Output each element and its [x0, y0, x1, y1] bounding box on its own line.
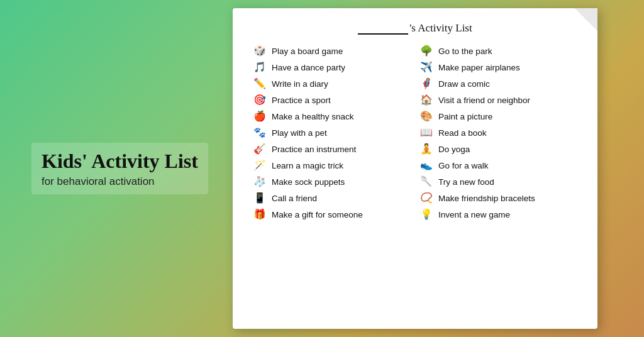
activity-item-right-9: 📿 Make friendship bracelets [418, 191, 579, 206]
activity-label: Do yoga [438, 145, 470, 154]
activity-label: Draw a comic [438, 79, 490, 89]
activity-label: Play with a pet [272, 128, 327, 138]
activity-icon: 🏠 [419, 95, 433, 105]
activity-label: Call a friend [272, 194, 317, 203]
activity-item-right-5: 📖 Read a book [418, 125, 579, 140]
activity-icon: 🪄 [253, 160, 267, 170]
activity-icon: 🎯 [253, 95, 267, 105]
activity-item-right-8: 🥄 Try a new food [418, 174, 579, 189]
activity-label: Practice a sport [272, 96, 331, 105]
activity-label: Play a board game [272, 47, 343, 56]
activity-icon: 🌳 [419, 46, 433, 56]
activity-icon: 📱 [253, 193, 267, 203]
activity-label: Try a new food [438, 177, 494, 187]
activity-icon: 📖 [419, 128, 433, 138]
activity-icon: 🎵 [253, 62, 267, 72]
sub-title: for behavioral activation [42, 175, 198, 188]
activity-item-right-1: ✈️ Make paper airplanes [418, 60, 579, 75]
activity-item-left-3: 🎯 Practice a sport [252, 92, 412, 108]
paper-header: 's Activity List [252, 22, 579, 35]
paper: 's Activity List 🎲 Play a board game 🌳 G… [233, 8, 597, 329]
activity-item-left-9: 📱 Call a friend [252, 191, 412, 206]
activity-label: Learn a magic trick [272, 161, 343, 170]
activity-icon: ✈️ [419, 62, 433, 72]
name-blank[interactable] [358, 33, 408, 35]
activity-item-right-0: 🌳 Go to the park [418, 43, 579, 58]
activity-label: Make a healthy snack [272, 112, 354, 121]
activity-icon: 🍎 [253, 111, 267, 121]
activity-item-right-7: 👟 Go for a walk [418, 158, 579, 173]
activity-item-left-10: 🎁 Make a gift for someone [252, 207, 412, 222]
activity-icon: 📿 [419, 193, 433, 203]
activity-label: Visit a friend or neighbor [438, 96, 530, 105]
activity-icon: 🥄 [419, 177, 433, 187]
activity-item-right-3: 🏠 Visit a friend or neighbor [418, 92, 579, 108]
activity-item-right-2: 🦸 Draw a comic [418, 76, 579, 91]
activity-icon: 🐾 [253, 128, 267, 138]
activity-item-left-6: 🎸 Practice an instrument [252, 141, 412, 157]
activity-label: Practice an instrument [272, 145, 356, 154]
activity-label: Write in a diary [272, 79, 328, 89]
activity-label: Make a gift for someone [272, 210, 363, 219]
activity-label: Make friendship bracelets [438, 194, 535, 203]
activity-icon: 🎸 [253, 144, 267, 154]
activity-label: Make sock puppets [272, 177, 345, 187]
activity-label: Go for a walk [438, 161, 489, 170]
left-section: Kids' Activity List for behavioral activ… [19, 130, 233, 207]
title-box: Kids' Activity List for behavioral activ… [31, 143, 208, 194]
activity-item-left-0: 🎲 Play a board game [252, 43, 412, 58]
activity-item-left-2: ✏️ Write in a diary [252, 76, 412, 91]
activity-item-left-1: 🎵 Have a dance party [252, 60, 412, 75]
header-text: 's Activity List [409, 22, 472, 34]
activity-icon: 🧘 [419, 144, 433, 154]
activity-icon: 💡 [419, 209, 433, 219]
activity-item-right-6: 🧘 Do yoga [418, 141, 579, 157]
activity-item-left-8: 🧦 Make sock puppets [252, 174, 412, 189]
activity-item-left-4: 🍎 Make a healthy snack [252, 109, 412, 124]
activity-label: Read a book [438, 128, 487, 138]
activity-icon: 🧦 [253, 177, 267, 187]
activity-icon: 🦸 [419, 79, 433, 89]
activity-label: Paint a picture [438, 112, 492, 121]
main-title: Kids' Activity List [42, 149, 198, 173]
activity-icon: 👟 [419, 160, 433, 170]
activity-item-right-10: 💡 Invent a new game [418, 207, 579, 222]
activity-label: Make paper airplanes [438, 63, 520, 72]
activity-label: Go to the park [438, 47, 492, 56]
activity-icon: 🎲 [253, 46, 267, 56]
activity-item-left-5: 🐾 Play with a pet [252, 125, 412, 140]
activity-icon: 🎨 [419, 111, 433, 121]
activity-icon: ✏️ [253, 79, 267, 89]
activity-label: Have a dance party [272, 63, 345, 72]
activity-item-left-7: 🪄 Learn a magic trick [252, 158, 412, 173]
activity-item-right-4: 🎨 Paint a picture [418, 109, 579, 124]
activities-grid: 🎲 Play a board game 🌳 Go to the park 🎵 H… [252, 43, 579, 222]
activity-icon: 🎁 [253, 209, 267, 219]
activity-label: Invent a new game [438, 210, 510, 219]
